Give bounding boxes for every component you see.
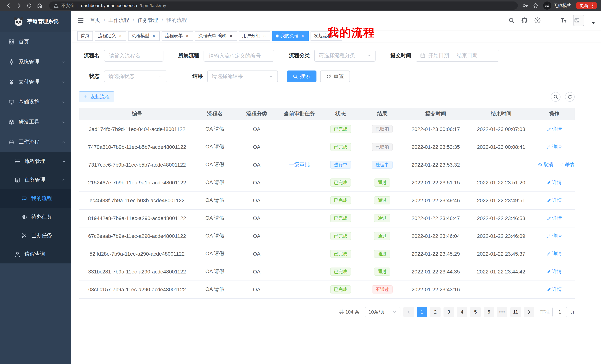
reload-icon[interactable] — [25, 1, 34, 10]
tab-my-process[interactable]: 我的流程× — [272, 31, 309, 41]
tab-process-form[interactable]: 流程表单× — [161, 31, 193, 41]
avatar-caret-icon[interactable] — [591, 22, 595, 24]
cell-category: OA — [234, 280, 279, 298]
back-icon[interactable] — [4, 1, 13, 10]
close-icon[interactable]: × — [334, 33, 339, 38]
close-icon[interactable]: × — [300, 33, 305, 38]
filter-process-label: 所属流程 — [172, 52, 199, 59]
page-button-4[interactable]: 4 — [457, 307, 467, 317]
status-select[interactable]: 请选择状态 — [104, 70, 167, 82]
page-content: 流程名 所属流程 流程分类 请选择流程分类 — [71, 42, 601, 364]
page-button-2[interactable]: 2 — [430, 307, 441, 317]
sidebar-item-task-mgmt[interactable]: 任务管理 — [0, 171, 71, 189]
more-pages-button[interactable]: ••• — [497, 307, 507, 317]
detail-link[interactable]: 详情 — [547, 197, 562, 204]
help-icon[interactable] — [534, 17, 541, 24]
tab-process-form-edit[interactable]: 流程表单-编辑× — [195, 31, 237, 41]
category-select[interactable]: 请选择流程分类 — [314, 50, 376, 62]
avatar[interactable] — [573, 15, 584, 26]
detail-link[interactable]: 详情 — [547, 144, 562, 150]
page-button-6[interactable]: 6 — [484, 307, 494, 317]
sidebar-item-leave-query[interactable]: 请假查询 — [0, 245, 71, 263]
result-tag: 已取消 — [372, 143, 393, 151]
goto-page-input[interactable] — [552, 307, 567, 317]
breadcrumb-task-mgmt[interactable]: 任务管理 — [137, 17, 158, 24]
detail-link[interactable]: 详情 — [547, 126, 562, 133]
tab-process-definition[interactable]: 流程定义× — [95, 31, 126, 41]
col-result: 结果 — [361, 108, 403, 120]
sidebar-item-todo-tasks[interactable]: 待办任务 — [0, 208, 71, 226]
sidebar-item-system[interactable]: 系统管理 — [0, 52, 71, 72]
sidebar-item-process-mgmt[interactable]: 流程管理 — [0, 152, 71, 171]
tab-home[interactable]: 首页 — [77, 31, 93, 41]
prev-page-button[interactable] — [403, 307, 414, 317]
detail-link[interactable]: 详情 — [547, 268, 562, 275]
refresh-table-icon[interactable] — [565, 92, 575, 102]
address-bar[interactable]: 不安全 | dashboard.yudao.iocoder.cn/bpm/tas… — [49, 1, 518, 10]
detail-link[interactable]: 详情 — [547, 179, 562, 186]
process-name-input[interactable] — [109, 52, 159, 59]
bookmark-star-icon[interactable] — [533, 3, 539, 9]
close-icon[interactable]: × — [118, 33, 123, 38]
fullscreen-icon[interactable] — [547, 17, 554, 24]
sidebar-item-home[interactable]: 首页 — [0, 32, 71, 52]
app-logo[interactable]: 芋道管理系统 — [0, 11, 71, 32]
page-button-3[interactable]: 3 — [443, 307, 454, 317]
table-header-row: 编号 流程名 流程分类 当前审批任务 状态 结果 提交时间 结束时间 操作 — [79, 108, 575, 120]
forward-icon[interactable] — [14, 1, 24, 10]
update-button[interactable]: 更新 — [576, 2, 597, 9]
detail-link[interactable]: 详情 — [547, 286, 562, 293]
sidebar-item-workflow[interactable]: 工作流程 — [0, 132, 71, 152]
breadcrumb-separator: / — [133, 18, 134, 23]
incognito-icon — [543, 1, 551, 10]
sidebar-item-done-tasks[interactable]: 已办任务 — [0, 226, 71, 245]
breadcrumb-workflow[interactable]: 工作流程 — [109, 17, 129, 24]
sidebar-item-payment[interactable]: 支付管理 — [0, 72, 71, 92]
page-button-5[interactable]: 5 — [470, 307, 481, 317]
reset-button[interactable]: 重置 — [320, 70, 350, 82]
calendar-icon — [420, 53, 425, 58]
close-icon[interactable]: × — [185, 33, 190, 38]
github-icon[interactable] — [521, 17, 528, 24]
next-page-button[interactable] — [524, 307, 534, 317]
search-button[interactable]: 搜索 — [287, 70, 316, 82]
cell-submit-time: 2022-01-22 23:46:47 — [403, 209, 468, 227]
sidebar-item-infra[interactable]: 基础设施 — [0, 92, 71, 112]
breadcrumb-home[interactable]: 首页 — [90, 17, 100, 24]
cell-id: 331bc281-7b9a-11ec-a290-acde48001122 — [79, 263, 195, 280]
sidebar-item-my-process[interactable]: 我的流程 — [0, 189, 71, 208]
edit-icon — [547, 216, 551, 220]
cancel-link[interactable]: 取消 — [538, 161, 553, 168]
start-process-button[interactable]: 发起流程 — [79, 91, 114, 102]
start-date-placeholder: 开始日期 — [428, 52, 449, 59]
cell-end-time: 2022-01-23 00:08:41 — [468, 138, 534, 156]
page-button-1[interactable]: 1 — [417, 307, 427, 317]
detail-link[interactable]: 详情 — [559, 161, 574, 168]
detail-link[interactable]: 详情 — [547, 215, 562, 221]
incognito-badge: 无痕模式 — [543, 1, 571, 10]
tags-view: 首页 流程定义× 流程模型× 流程表单× 流程表单-编辑× 用户分组× 我的流程… — [71, 30, 601, 42]
close-icon[interactable]: × — [262, 33, 267, 38]
font-size-icon[interactable] — [560, 17, 567, 24]
tab-start-process[interactable]: 发起流程× — [311, 31, 342, 41]
page-size-select[interactable]: 10条/页 — [365, 307, 401, 317]
process-definition-input[interactable] — [208, 52, 270, 59]
password-key-icon[interactable] — [522, 3, 528, 9]
toggle-search-icon[interactable] — [551, 92, 561, 102]
detail-link[interactable]: 详情 — [547, 250, 562, 257]
cell-name: OA 请假 — [195, 263, 234, 280]
home-icon[interactable] — [35, 1, 45, 10]
sidebar-item-devtools[interactable]: 研发工具 — [0, 112, 71, 132]
tab-process-model[interactable]: 流程模型× — [128, 31, 160, 41]
status-tag: 已完成 — [330, 125, 351, 133]
page-button-11[interactable]: 11 — [510, 307, 521, 317]
header-search-icon[interactable] — [508, 17, 515, 24]
tab-user-group[interactable]: 用户分组× — [239, 31, 270, 41]
submit-time-range-picker[interactable]: 开始日期 - 结束日期 — [416, 50, 499, 62]
current-task-link[interactable]: 一级审批 — [289, 161, 310, 167]
close-icon[interactable]: × — [151, 33, 156, 38]
detail-link[interactable]: 详情 — [547, 233, 562, 239]
result-select[interactable]: 请选择流结果 — [207, 70, 278, 82]
close-icon[interactable]: × — [229, 33, 234, 38]
hamburger-icon[interactable] — [77, 17, 84, 24]
